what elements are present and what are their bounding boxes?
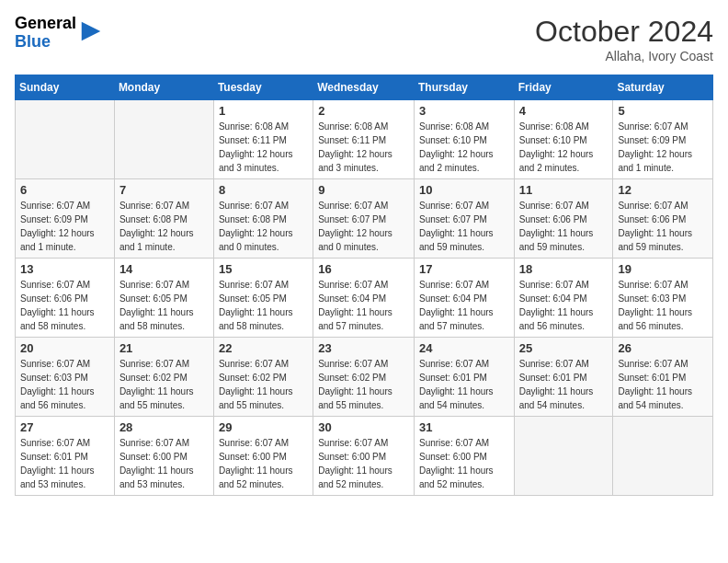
calendar-day: 15Sunrise: 6:07 AM Sunset: 6:05 PM Dayli… [213, 259, 313, 338]
day-number: 25 [519, 341, 609, 355]
calendar-day: 26Sunrise: 6:07 AM Sunset: 6:01 PM Dayli… [613, 338, 713, 417]
day-number: 28 [119, 420, 209, 434]
calendar-day: 7Sunrise: 6:07 AM Sunset: 6:08 PM Daylig… [114, 179, 213, 259]
calendar-day: 30Sunrise: 6:07 AM Sunset: 6:00 PM Dayli… [313, 417, 415, 496]
day-info: Sunrise: 6:07 AM Sunset: 6:04 PM Dayligh… [318, 278, 409, 333]
calendar-day: 20Sunrise: 6:07 AM Sunset: 6:03 PM Dayli… [16, 338, 115, 417]
calendar-day: 6Sunrise: 6:07 AM Sunset: 6:09 PM Daylig… [16, 179, 115, 259]
calendar-day: 13Sunrise: 6:07 AM Sunset: 6:06 PM Dayli… [16, 259, 115, 338]
day-info: Sunrise: 6:07 AM Sunset: 6:07 PM Dayligh… [419, 199, 509, 254]
calendar-day: 27Sunrise: 6:07 AM Sunset: 6:01 PM Dayli… [16, 417, 115, 496]
logo: General Blue [15, 15, 104, 52]
calendar-day [613, 417, 713, 496]
day-info: Sunrise: 6:07 AM Sunset: 6:09 PM Dayligh… [618, 120, 708, 175]
month-title: October 2024 [535, 15, 713, 49]
day-info: Sunrise: 6:07 AM Sunset: 6:01 PM Dayligh… [618, 357, 708, 412]
day-number: 20 [20, 341, 109, 355]
svg-marker-0 [82, 22, 101, 41]
day-number: 5 [618, 104, 708, 118]
calendar-day: 18Sunrise: 6:07 AM Sunset: 6:04 PM Dayli… [514, 259, 613, 338]
day-info: Sunrise: 6:07 AM Sunset: 6:07 PM Dayligh… [318, 199, 409, 254]
day-info: Sunrise: 6:07 AM Sunset: 6:06 PM Dayligh… [618, 199, 708, 254]
calendar-week-5: 27Sunrise: 6:07 AM Sunset: 6:01 PM Dayli… [16, 417, 713, 496]
calendar-day [16, 100, 115, 179]
calendar-day: 11Sunrise: 6:07 AM Sunset: 6:06 PM Dayli… [514, 179, 613, 259]
calendar-day: 3Sunrise: 6:08 AM Sunset: 6:10 PM Daylig… [414, 100, 514, 179]
day-info: Sunrise: 6:07 AM Sunset: 6:00 PM Dayligh… [219, 436, 308, 491]
day-info: Sunrise: 6:07 AM Sunset: 6:00 PM Dayligh… [318, 436, 409, 491]
day-info: Sunrise: 6:07 AM Sunset: 6:01 PM Dayligh… [519, 357, 609, 412]
calendar-day: 19Sunrise: 6:07 AM Sunset: 6:03 PM Dayli… [613, 259, 713, 338]
logo-text: General Blue [15, 15, 76, 52]
day-number: 17 [419, 262, 509, 276]
day-number: 1 [219, 104, 308, 118]
day-number: 15 [219, 262, 308, 276]
calendar-day: 22Sunrise: 6:07 AM Sunset: 6:02 PM Dayli… [213, 338, 313, 417]
day-number: 12 [618, 183, 708, 197]
day-info: Sunrise: 6:07 AM Sunset: 6:02 PM Dayligh… [318, 357, 409, 412]
calendar-day: 10Sunrise: 6:07 AM Sunset: 6:07 PM Dayli… [414, 179, 514, 259]
day-number: 26 [618, 341, 708, 355]
day-info: Sunrise: 6:08 AM Sunset: 6:11 PM Dayligh… [219, 120, 308, 175]
logo-blue: Blue [15, 33, 76, 52]
day-info: Sunrise: 6:07 AM Sunset: 6:05 PM Dayligh… [119, 278, 209, 333]
day-number: 7 [119, 183, 209, 197]
calendar-day: 14Sunrise: 6:07 AM Sunset: 6:05 PM Dayli… [114, 259, 213, 338]
title-block: October 2024 Allaha, Ivory Coast [535, 15, 713, 63]
day-number: 13 [20, 262, 109, 276]
weekday-header-wednesday: Wednesday [313, 75, 415, 100]
calendar-day: 12Sunrise: 6:07 AM Sunset: 6:06 PM Dayli… [613, 179, 713, 259]
day-info: Sunrise: 6:07 AM Sunset: 6:02 PM Dayligh… [119, 357, 209, 412]
day-number: 10 [419, 183, 509, 197]
weekday-header-monday: Monday [114, 75, 213, 100]
day-number: 27 [20, 420, 109, 434]
day-number: 19 [618, 262, 708, 276]
day-number: 14 [119, 262, 209, 276]
day-info: Sunrise: 6:07 AM Sunset: 6:00 PM Dayligh… [119, 436, 209, 491]
day-info: Sunrise: 6:08 AM Sunset: 6:10 PM Dayligh… [419, 120, 509, 175]
page-header: General Blue October 2024 Allaha, Ivory … [15, 15, 713, 63]
calendar-day: 23Sunrise: 6:07 AM Sunset: 6:02 PM Dayli… [313, 338, 415, 417]
calendar-week-3: 13Sunrise: 6:07 AM Sunset: 6:06 PM Dayli… [16, 259, 713, 338]
calendar-day: 17Sunrise: 6:07 AM Sunset: 6:04 PM Dayli… [414, 259, 514, 338]
weekday-header-friday: Friday [514, 75, 613, 100]
weekday-header-saturday: Saturday [613, 75, 713, 100]
logo-arrow-icon [78, 18, 104, 44]
calendar-day: 9Sunrise: 6:07 AM Sunset: 6:07 PM Daylig… [313, 179, 415, 259]
day-info: Sunrise: 6:07 AM Sunset: 6:06 PM Dayligh… [519, 199, 609, 254]
day-number: 18 [519, 262, 609, 276]
day-number: 24 [419, 341, 509, 355]
day-info: Sunrise: 6:07 AM Sunset: 6:00 PM Dayligh… [419, 436, 509, 491]
day-number: 11 [519, 183, 609, 197]
calendar-day: 31Sunrise: 6:07 AM Sunset: 6:00 PM Dayli… [414, 417, 514, 496]
day-number: 29 [219, 420, 308, 434]
calendar-day: 24Sunrise: 6:07 AM Sunset: 6:01 PM Dayli… [414, 338, 514, 417]
day-number: 6 [20, 183, 109, 197]
calendar-week-4: 20Sunrise: 6:07 AM Sunset: 6:03 PM Dayli… [16, 338, 713, 417]
day-info: Sunrise: 6:08 AM Sunset: 6:11 PM Dayligh… [318, 120, 409, 175]
day-number: 2 [318, 104, 409, 118]
calendar-day [514, 417, 613, 496]
calendar-day: 5Sunrise: 6:07 AM Sunset: 6:09 PM Daylig… [613, 100, 713, 179]
day-number: 16 [318, 262, 409, 276]
calendar-day: 16Sunrise: 6:07 AM Sunset: 6:04 PM Dayli… [313, 259, 415, 338]
weekday-header-thursday: Thursday [414, 75, 514, 100]
day-number: 23 [318, 341, 409, 355]
calendar-day [114, 100, 213, 179]
day-number: 9 [318, 183, 409, 197]
day-info: Sunrise: 6:07 AM Sunset: 6:01 PM Dayligh… [419, 357, 509, 412]
day-info: Sunrise: 6:07 AM Sunset: 6:01 PM Dayligh… [20, 436, 109, 491]
day-info: Sunrise: 6:07 AM Sunset: 6:06 PM Dayligh… [20, 278, 109, 333]
day-number: 21 [119, 341, 209, 355]
day-info: Sunrise: 6:07 AM Sunset: 6:04 PM Dayligh… [419, 278, 509, 333]
calendar-week-2: 6Sunrise: 6:07 AM Sunset: 6:09 PM Daylig… [16, 179, 713, 259]
day-info: Sunrise: 6:07 AM Sunset: 6:03 PM Dayligh… [20, 357, 109, 412]
weekday-header-sunday: Sunday [16, 75, 115, 100]
day-number: 30 [318, 420, 409, 434]
weekday-header-tuesday: Tuesday [213, 75, 313, 100]
calendar-day: 21Sunrise: 6:07 AM Sunset: 6:02 PM Dayli… [114, 338, 213, 417]
logo-general: General [15, 15, 76, 33]
calendar-day: 8Sunrise: 6:07 AM Sunset: 6:08 PM Daylig… [213, 179, 313, 259]
location: Allaha, Ivory Coast [535, 49, 713, 63]
day-info: Sunrise: 6:07 AM Sunset: 6:04 PM Dayligh… [519, 278, 609, 333]
